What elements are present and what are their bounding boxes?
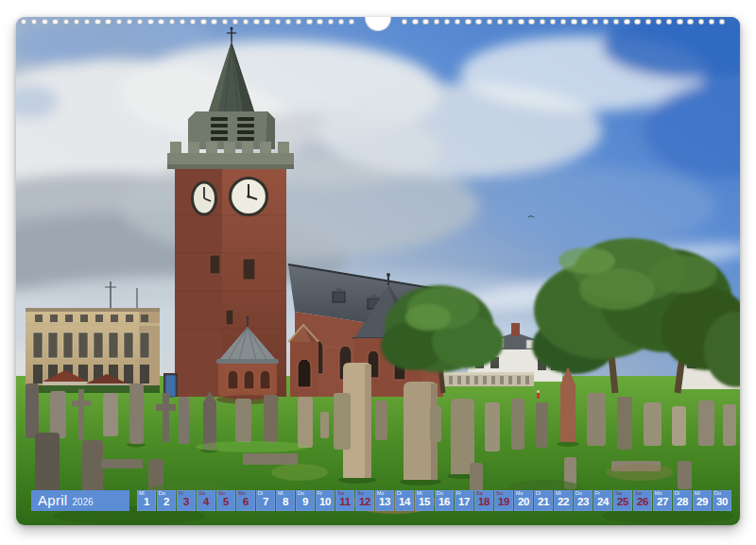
calendar-day-cell: Do9 xyxy=(296,490,315,511)
weekday-abbrev: Fr xyxy=(179,491,183,497)
binding-hole xyxy=(571,19,577,26)
binding-hole xyxy=(687,19,694,26)
binding-hole xyxy=(211,19,217,26)
weekday-abbrev: Mo xyxy=(238,491,246,497)
binding-hole xyxy=(656,19,662,26)
binding-hole xyxy=(487,19,493,26)
binding-hole xyxy=(275,19,282,26)
binding-hole xyxy=(422,19,429,26)
binding-hole xyxy=(253,19,260,26)
weekday-abbrev: Sa xyxy=(476,491,483,497)
weekday-abbrev: Do xyxy=(714,491,721,497)
day-number: 2 xyxy=(163,496,169,507)
month-label: April 2026 xyxy=(31,490,129,511)
calendar-day-cell: Do2 xyxy=(157,490,176,511)
calendar-product-mockup: April 2026 Mi1Do2Fr3Sa4So5Mo6Di7Mi8Do9Fr… xyxy=(0,0,756,545)
calendar-page: April 2026 Mi1Do2Fr3Sa4So5Mo6Di7Mi8Do9Fr… xyxy=(16,17,740,525)
weekday-abbrev: Mi xyxy=(139,491,145,497)
binding-hole xyxy=(412,19,419,26)
binding-hole xyxy=(180,19,186,26)
month-name: April xyxy=(38,490,68,510)
day-number: 30 xyxy=(716,496,728,507)
church-porch xyxy=(288,325,318,397)
binding-hole xyxy=(306,19,313,26)
binding-hole xyxy=(455,19,461,26)
binding-hole xyxy=(645,19,652,26)
calendar-days: Mi1Do2Fr3Sa4So5Mo6Di7Mi8Do9Fr10Sa11So12M… xyxy=(137,490,731,511)
calendar-day-cell: Do30 xyxy=(713,490,731,511)
binding-hole xyxy=(296,19,302,26)
calendar-day-cell: Mi8 xyxy=(276,490,295,511)
day-number: 25 xyxy=(617,496,628,507)
binding-hole xyxy=(465,19,472,26)
binding-hole xyxy=(105,19,112,26)
weekday-abbrev: Di xyxy=(397,491,402,497)
day-number: 1 xyxy=(144,496,149,507)
calendar-day-cell: Fr10 xyxy=(316,490,335,511)
day-number: 6 xyxy=(243,496,249,507)
binding-hole xyxy=(147,19,154,26)
binding-hole xyxy=(338,19,345,26)
day-number: 13 xyxy=(379,496,390,507)
weekday-abbrev: Fr xyxy=(318,491,322,497)
calendar-day-cell: Sa25 xyxy=(613,490,632,511)
day-number: 12 xyxy=(359,496,370,507)
calendar-day-cell: Fr24 xyxy=(593,490,612,511)
calendar-day-cell: Di7 xyxy=(256,490,275,511)
binding-hole xyxy=(444,19,451,26)
binding-hole xyxy=(624,19,630,26)
day-number: 5 xyxy=(223,496,229,507)
binding-hole xyxy=(116,19,123,26)
binding-hole xyxy=(677,19,683,26)
day-number: 11 xyxy=(339,496,351,507)
calendar-day-cell: Fr3 xyxy=(177,490,196,511)
calendar-day-cell: Mo6 xyxy=(236,490,255,511)
weekday-abbrev: Sa xyxy=(198,491,205,497)
calendar-day-cell: Mi29 xyxy=(693,490,712,511)
binding-hole xyxy=(169,19,176,26)
binding-hole xyxy=(158,19,164,26)
day-number: 14 xyxy=(399,496,410,507)
calendar-day-cell: Mi22 xyxy=(554,490,573,511)
weekday-abbrev: Sa xyxy=(337,491,344,497)
day-number: 17 xyxy=(458,496,470,507)
day-number: 22 xyxy=(558,496,569,507)
weekday-abbrev: Mi xyxy=(278,491,284,497)
binding-hole xyxy=(698,19,705,26)
calendar-day-cell: Fr17 xyxy=(455,490,473,511)
day-number: 24 xyxy=(597,496,609,507)
day-number: 27 xyxy=(657,496,668,507)
binding-hole xyxy=(222,19,229,26)
calendar-day-cell: Do23 xyxy=(574,490,593,511)
binding-hole xyxy=(52,19,59,26)
binding-hole xyxy=(264,19,270,26)
calendar-day-cell: So19 xyxy=(494,490,513,511)
calendar-day-cell: Mo13 xyxy=(375,490,394,511)
day-number: 19 xyxy=(498,496,509,507)
calendar-day-cell: Do16 xyxy=(435,490,454,511)
day-number: 26 xyxy=(637,496,648,507)
day-number: 20 xyxy=(518,496,529,507)
binding-hole xyxy=(21,19,27,26)
day-number: 9 xyxy=(302,496,308,507)
weekday-abbrev: Mi xyxy=(556,491,561,497)
weekday-abbrev: Di xyxy=(536,491,541,497)
binding-hole xyxy=(709,19,715,26)
binding-hole xyxy=(328,19,335,26)
binding-hole xyxy=(666,19,673,26)
day-number: 10 xyxy=(319,496,331,507)
calendar-day-cell: Mo20 xyxy=(514,490,533,511)
binding-hole xyxy=(137,19,144,26)
weekday-abbrev: Di xyxy=(258,491,263,497)
binding-hole xyxy=(317,19,323,26)
binding-hole xyxy=(518,19,524,26)
binding-hole xyxy=(540,19,546,26)
church-graveyard-photo xyxy=(16,17,740,525)
weekday-abbrev: So xyxy=(635,491,642,497)
calendar-day-cell: Sa11 xyxy=(335,490,354,511)
binding-hole xyxy=(560,19,567,26)
binding-hole xyxy=(613,19,620,26)
day-number: 16 xyxy=(438,496,450,507)
weekday-abbrev: Di xyxy=(675,491,679,497)
day-number: 4 xyxy=(203,496,209,507)
